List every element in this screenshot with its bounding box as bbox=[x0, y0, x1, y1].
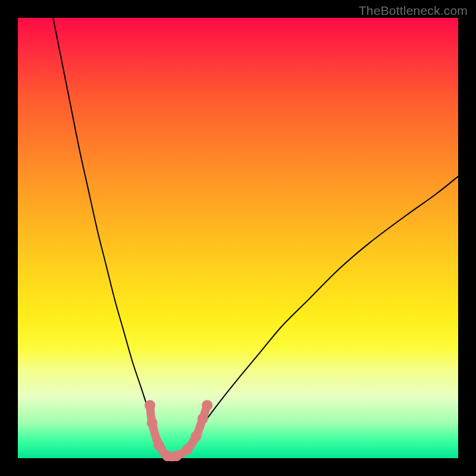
marker-dot bbox=[182, 444, 193, 455]
curve-plot bbox=[18, 18, 458, 458]
watermark-text: TheBottleneck.com bbox=[359, 4, 468, 18]
marker-dot bbox=[198, 413, 208, 424]
marker-dot bbox=[145, 400, 155, 411]
curve-left-branch bbox=[53, 18, 172, 458]
marker-dot bbox=[154, 440, 164, 450]
marker-dot bbox=[147, 418, 158, 428]
curve-right-branch bbox=[172, 176, 458, 458]
marker-dot bbox=[191, 431, 202, 441]
marker-dot bbox=[202, 400, 212, 411]
marker-dot bbox=[171, 450, 181, 461]
